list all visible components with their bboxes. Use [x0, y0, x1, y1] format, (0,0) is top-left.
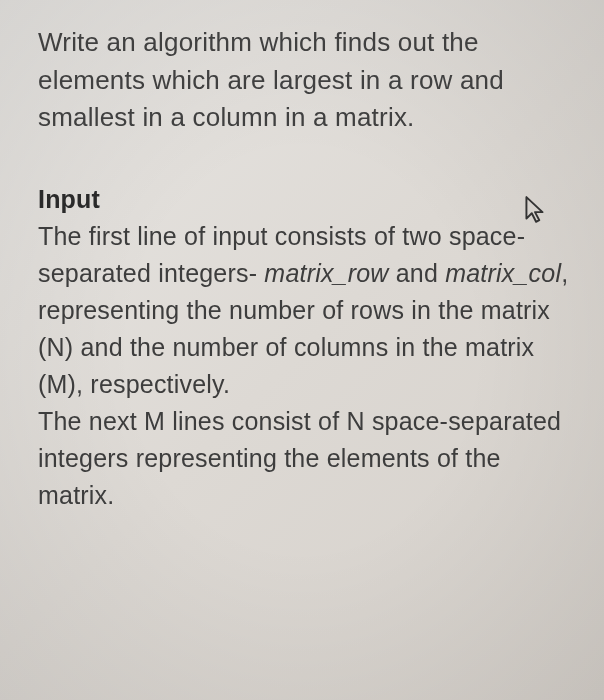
- input-section: Input The first line of input consists o…: [38, 185, 576, 514]
- input-body: The first line of input consists of two …: [38, 218, 576, 514]
- input-text-4: The next M lines consist of N space-sepa…: [38, 407, 561, 509]
- problem-statement: Write an algorithm which finds out the e…: [38, 24, 576, 137]
- cursor-icon: [524, 195, 546, 225]
- document-content: Write an algorithm which finds out the e…: [38, 24, 576, 514]
- variable-matrix-col: matrix_col: [445, 259, 561, 287]
- variable-matrix-row: matrix_row: [264, 259, 388, 287]
- input-heading: Input: [38, 185, 576, 214]
- input-text-2: and: [389, 259, 446, 287]
